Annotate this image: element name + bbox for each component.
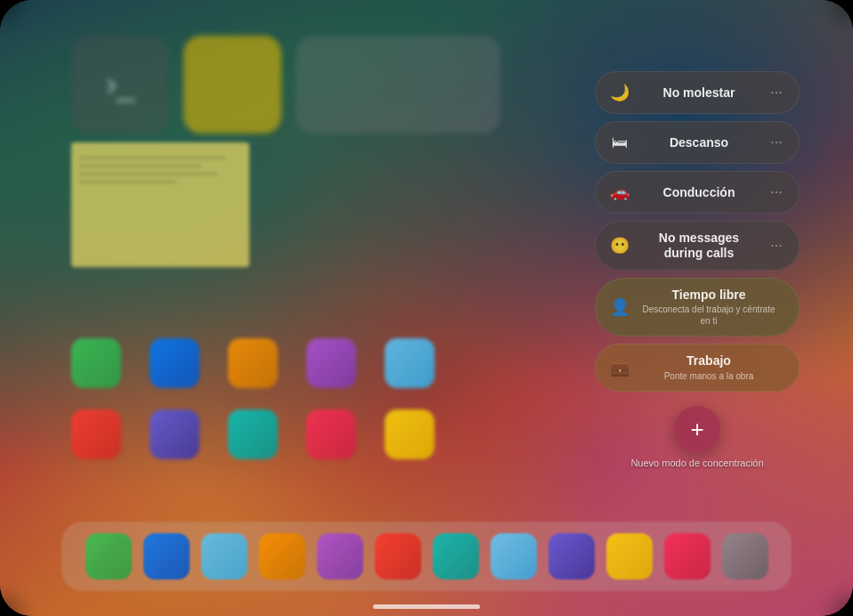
case-icon: 💼 [608,356,631,379]
dock-icon[interactable] [375,533,421,580]
note-lines [78,157,242,183]
app-icon[interactable] [150,409,199,459]
dock-icon[interactable] [259,533,305,580]
app-icon[interactable] [228,338,278,388]
focus-text-tiempo-libre: Tiempo libreDesconecta del trabajo y cén… [631,288,786,328]
app-icon[interactable] [385,338,435,388]
focus-item-no-molestar[interactable]: 🌙No molestar··· [595,71,800,114]
car-icon: 🚗 [608,181,631,204]
widget-calendar [296,36,500,134]
ipad-frame: ›_ 🌙No molestar···🛏Descanso···🚗Conducció… [0,0,853,616]
dock-icon[interactable] [85,533,132,580]
dock-icon[interactable] [722,533,768,580]
focus-item-conduccion[interactable]: 🚗Conducción··· [595,171,800,214]
focus-title: No messages during calls [638,231,760,261]
focus-text-descanso: Descanso [631,135,767,150]
app-icon[interactable] [306,409,356,459]
dock-icon[interactable] [143,533,190,580]
focus-title: Tiempo libre [638,288,779,303]
focus-title: Descanso [638,135,760,150]
moon-icon: 🌙 [608,81,631,104]
more-options-icon[interactable]: ··· [767,182,786,202]
more-options-icon[interactable]: ··· [767,236,786,255]
focus-text-conduccion: Conducción [631,185,767,200]
focus-title: Trabajo [638,353,779,369]
dock-icon[interactable] [491,533,537,580]
bed-icon: 🛏 [608,131,631,154]
terminal-icon: ›_ [106,66,134,103]
person-icon: 👤 [608,296,631,319]
home-indicator [373,604,480,609]
app-icon[interactable] [228,409,278,459]
focus-panel: 🌙No molestar···🛏Descanso···🚗Conducción··… [595,71,800,468]
add-focus-label: Nuevo modo de concentración [630,458,763,468]
dock-icon[interactable] [664,533,711,580]
more-options-icon[interactable]: ··· [767,83,786,102]
widget-terminal: ›_ [71,36,169,134]
widget-note [71,142,249,267]
app-icon[interactable] [306,338,356,388]
app-icon[interactable] [71,338,121,388]
dock [61,522,792,591]
dock-icon[interactable] [201,533,248,580]
dock-icon[interactable] [433,533,479,580]
app-icon[interactable] [150,338,199,388]
app-icons-row-2 [71,409,301,459]
app-icons-row-1 [71,338,301,388]
focus-subtitle: Ponte manos a la obra [638,370,779,382]
focus-item-descanso[interactable]: 🛏Descanso··· [595,121,800,164]
app-icon[interactable] [385,409,435,459]
dock-icon[interactable] [606,533,653,580]
focus-subtitle: Desconecta del trabajo y céntrate en ti [638,304,779,327]
focus-item-tiempo-libre[interactable]: 👤Tiempo libreDesconecta del trabajo y cé… [595,278,800,337]
focus-item-no-messages[interactable]: 😶No messages during calls··· [595,221,800,271]
focus-text-no-molestar: No molestar [631,85,767,101]
add-focus-button[interactable]: + [674,406,720,452]
focus-title: No molestar [638,85,760,101]
widget-sticky [183,36,281,134]
app-icon[interactable] [71,409,121,459]
note-line [78,165,201,167]
dock-icon[interactable] [548,533,595,580]
focus-title: Conducción [638,185,760,200]
note-line [78,173,217,175]
more-options-icon[interactable]: ··· [767,133,786,152]
focus-text-no-messages: No messages during calls [631,231,767,261]
add-focus-container: +Nuevo modo de concentración [595,406,800,468]
face-icon: 😶 [608,234,631,257]
focus-item-trabajo[interactable]: 💼TrabajoPonte manos a la obra [595,344,800,392]
dock-icon[interactable] [317,533,363,580]
note-line [78,157,226,159]
focus-text-trabajo: TrabajoPonte manos a la obra [631,353,786,382]
note-line [78,181,176,183]
